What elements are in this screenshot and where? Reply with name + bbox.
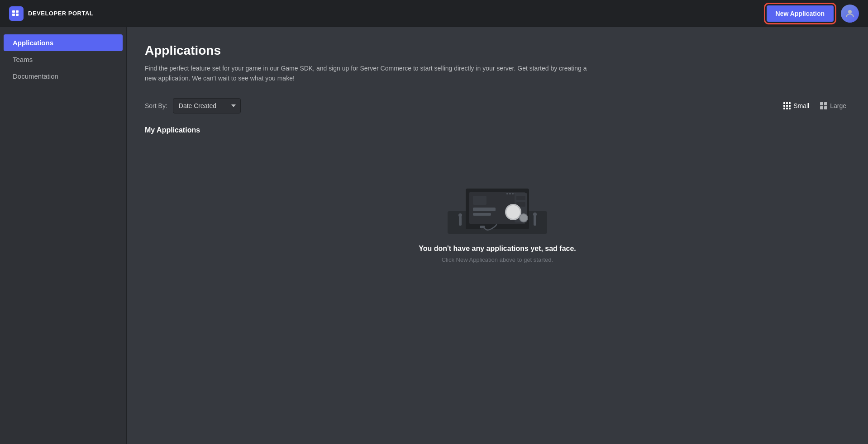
sidebar-item-label-documentation: Documentation xyxy=(13,72,58,80)
sidebar-item-teams[interactable]: Teams xyxy=(4,51,123,68)
svg-rect-18 xyxy=(516,196,525,200)
main-content: Applications Find the perfect feature se… xyxy=(127,27,868,444)
svg-rect-10 xyxy=(473,213,491,216)
svg-rect-8 xyxy=(473,196,486,205)
svg-rect-1 xyxy=(16,10,19,13)
svg-rect-11 xyxy=(506,193,508,194)
view-small-button[interactable]: Small xyxy=(780,100,813,111)
svg-rect-3 xyxy=(16,14,19,16)
grid-small-icon xyxy=(783,102,791,109)
page-title: Applications xyxy=(145,43,850,58)
portal-title: DEVELOPER PORTAL xyxy=(28,10,93,17)
layout: Applications Teams Documentation Applica… xyxy=(0,27,868,444)
empty-state: You don't have any applications yet, sad… xyxy=(145,152,850,290)
empty-illustration xyxy=(448,179,547,234)
sort-select[interactable]: Date Created Name Last Modified xyxy=(173,98,241,113)
svg-rect-25 xyxy=(459,217,462,226)
svg-point-28 xyxy=(533,213,537,216)
svg-point-24 xyxy=(520,214,527,222)
view-large-button[interactable]: Large xyxy=(816,100,850,111)
top-bar-right: New Application xyxy=(767,5,859,23)
sort-bar: Sort By: Date Created Name Last Modified xyxy=(145,98,850,113)
page-description: Find the perfect feature set for your ga… xyxy=(145,63,597,84)
top-bar-left: DEVELOPER PORTAL xyxy=(9,6,93,21)
grid-large-icon xyxy=(820,102,827,109)
empty-subtitle: Click New Application above to get start… xyxy=(442,256,553,263)
svg-rect-29 xyxy=(480,226,485,228)
view-small-label: Small xyxy=(793,102,809,109)
svg-rect-30 xyxy=(482,228,482,230)
svg-point-22 xyxy=(506,205,520,219)
grid-large-icon-grid xyxy=(820,102,827,109)
sidebar-item-documentation[interactable]: Documentation xyxy=(4,68,123,85)
svg-rect-2 xyxy=(12,14,15,16)
top-bar: DEVELOPER PORTAL New Application xyxy=(0,0,868,27)
sort-left: Sort By: Date Created Name Last Modified xyxy=(145,98,241,113)
empty-title: You don't have any applications yet, sad… xyxy=(419,245,576,253)
new-application-button[interactable]: New Application xyxy=(767,5,834,22)
view-large-label: Large xyxy=(830,102,846,109)
svg-rect-9 xyxy=(473,208,496,211)
section-title: My Applications xyxy=(145,126,850,134)
sidebar-item-applications[interactable]: Applications xyxy=(4,34,123,51)
avatar[interactable] xyxy=(841,5,859,23)
sidebar-item-label-applications: Applications xyxy=(13,39,53,47)
svg-point-4 xyxy=(848,10,852,14)
svg-point-26 xyxy=(458,213,462,217)
sidebar-item-label-teams: Teams xyxy=(13,56,33,63)
svg-rect-31 xyxy=(483,228,484,230)
svg-rect-0 xyxy=(12,10,15,13)
grid-small-icon-grid xyxy=(783,102,791,109)
sort-label: Sort By: xyxy=(145,102,167,109)
view-toggles: Small Large xyxy=(780,100,850,111)
svg-rect-13 xyxy=(512,193,514,194)
svg-rect-12 xyxy=(509,193,511,194)
svg-rect-27 xyxy=(534,216,536,226)
sidebar: Applications Teams Documentation xyxy=(0,27,127,444)
logo-icon xyxy=(9,6,24,21)
